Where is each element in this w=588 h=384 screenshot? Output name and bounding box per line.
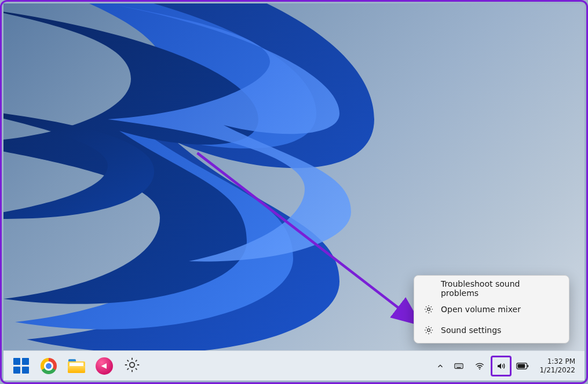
menu-item-open-volume-mixer[interactable]: Open volume mixer [417, 299, 567, 320]
chevron-up-icon [436, 362, 444, 370]
menu-item-label: Sound settings [441, 326, 501, 335]
menu-item-label: Open volume mixer [441, 305, 521, 314]
taskbar-pinned-apps [8, 353, 145, 379]
battery-icon [516, 362, 529, 370]
system-tray: 1:32 PM 1/21/2022 [433, 353, 580, 379]
svg-point-1 [428, 308, 430, 311]
pink-app-icon [96, 357, 113, 375]
keyboard-icon [454, 361, 464, 371]
tray-overflow-button[interactable] [433, 354, 448, 378]
taskbar-app-file-explorer[interactable] [64, 353, 89, 379]
svg-rect-7 [528, 364, 529, 367]
volume-icon [496, 361, 506, 371]
desktop-wallpaper: Troubleshoot sound problems Open volume … [3, 3, 585, 350]
svg-rect-8 [518, 364, 525, 368]
menu-item-label: Troubleshoot sound problems [441, 279, 560, 298]
windows-logo-icon [13, 358, 29, 374]
taskbar-app-pink[interactable] [92, 353, 117, 379]
file-explorer-icon [68, 359, 85, 373]
wifi-icon [474, 361, 485, 371]
menu-item-troubleshoot[interactable]: Troubleshoot sound problems [417, 278, 567, 299]
svg-point-3 [130, 362, 134, 367]
wallpaper-bloom [3, 3, 455, 350]
start-button[interactable] [8, 353, 34, 379]
gear-icon [423, 325, 434, 335]
taskbar-app-settings[interactable] [119, 353, 145, 379]
menu-item-sound-settings[interactable]: Sound settings [417, 320, 567, 341]
tray-volume-button[interactable] [491, 356, 512, 376]
taskbar: 1:32 PM 1/21/2022 [3, 350, 585, 381]
tray-ime-button[interactable] [449, 354, 469, 378]
svg-point-2 [428, 329, 430, 332]
gear-icon [423, 304, 434, 314]
gear-icon [124, 357, 140, 375]
clock-date: 1/21/2022 [539, 366, 575, 375]
svg-point-5 [480, 368, 481, 370]
menu-item-icon-empty [423, 283, 434, 294]
taskbar-app-chrome[interactable] [36, 353, 61, 379]
chrome-icon [41, 358, 57, 374]
tray-wifi-button[interactable] [470, 354, 490, 378]
clock-time: 1:32 PM [547, 357, 575, 366]
tray-battery-button[interactable] [513, 354, 532, 378]
taskbar-clock[interactable]: 1:32 PM 1/21/2022 [534, 353, 580, 379]
volume-context-menu: Troubleshoot sound problems Open volume … [414, 275, 569, 343]
